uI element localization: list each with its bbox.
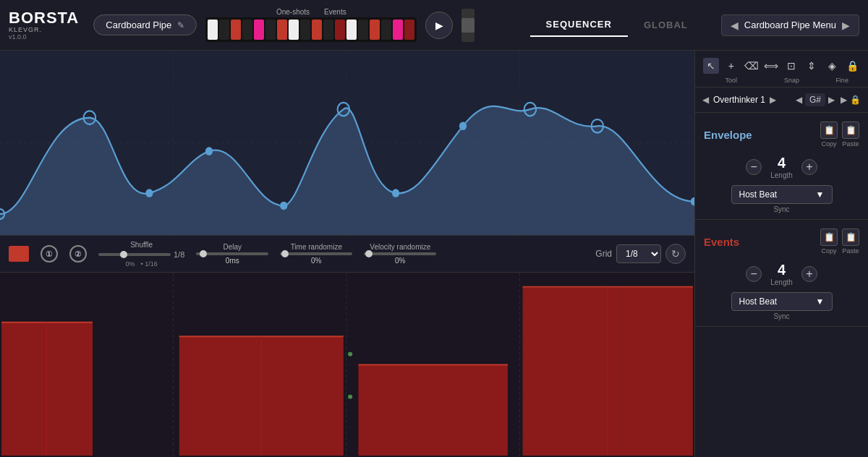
- menu-prev-arrow[interactable]: ◀: [731, 20, 739, 31]
- piano-key-1[interactable]: [208, 20, 218, 40]
- delay-thumb: [200, 250, 207, 257]
- one-shots-label: One-shots: [276, 8, 310, 16]
- add-tool[interactable]: +: [723, 58, 739, 74]
- time-rand-value: 0%: [311, 257, 321, 265]
- piano-key-11[interactable]: [323, 20, 333, 40]
- envelope-title: Envelope: [704, 129, 752, 141]
- record-button[interactable]: [9, 246, 29, 262]
- overthinker-next[interactable]: ▶: [770, 95, 776, 105]
- snap-h-icon[interactable]: ⟺: [763, 58, 779, 74]
- time-rand-slider[interactable]: [280, 252, 352, 255]
- piano-key-14[interactable]: [358, 20, 368, 40]
- snap-magnet-icon[interactable]: ⊡: [783, 58, 799, 74]
- fine-group: ◈ 🔒 Fine: [824, 58, 860, 84]
- preset-button[interactable]: Cardboard Pipe ✎: [93, 14, 197, 35]
- step-2-button[interactable]: ②: [69, 245, 87, 262]
- menu-title: Cardboard Pipe Menu: [744, 20, 836, 30]
- envelope-length-minus[interactable]: −: [746, 159, 762, 175]
- delay-slider[interactable]: [196, 252, 268, 255]
- copy-icon: 📋: [820, 121, 838, 139]
- piano-key-10[interactable]: [312, 20, 322, 40]
- logo: BORSTA KLEVGR. v1.0.0: [9, 10, 79, 40]
- grid-select[interactable]: 1/8 1/4 1/16: [616, 244, 661, 263]
- events-copy-icon: 📋: [820, 228, 838, 246]
- piano-key-4[interactable]: [242, 20, 252, 40]
- app-header: BORSTA KLEVGR. v1.0.0 Cardboard Pipe ✎ O…: [0, 0, 868, 51]
- paste-icon: 📋: [842, 121, 859, 139]
- erase-tool[interactable]: ⌫: [744, 58, 760, 74]
- events-paste-btn[interactable]: 📋 Paste: [842, 228, 859, 255]
- events-length-minus[interactable]: −: [746, 266, 762, 282]
- envelope-sync-arrow: ▼: [816, 189, 825, 200]
- piano-key-13[interactable]: [346, 20, 357, 40]
- piano-key-8[interactable]: [289, 20, 299, 40]
- volume-slider[interactable]: [461, 9, 475, 42]
- shuffle-control: Shuffle 1/8 0% • 1/16: [98, 241, 184, 268]
- envelope-panel: Envelope 📋 Copy 📋 Paste − 4 Length: [695, 113, 868, 220]
- shuffle-note: 1/8: [174, 250, 184, 259]
- fine-icon[interactable]: ◈: [824, 58, 840, 74]
- grid-control: Grid 1/8 1/4 1/16 ↻: [595, 244, 686, 264]
- envelope-sync-select[interactable]: Host Beat ▼: [731, 185, 833, 204]
- envelope-length-label: Length: [770, 171, 793, 179]
- snap-v-icon[interactable]: ⇕: [804, 58, 820, 74]
- envelope-copy-paste: 📋 Copy 📋 Paste: [820, 121, 859, 148]
- app-version: v1.0.0: [9, 33, 79, 40]
- key-prev[interactable]: ◀: [796, 95, 802, 105]
- snap-label: Snap: [784, 77, 799, 84]
- tab-sequencer[interactable]: SEQUENCER: [530, 13, 628, 37]
- key-next[interactable]: ▶: [828, 95, 835, 105]
- overthinker-prev[interactable]: ◀: [702, 95, 709, 105]
- piano-key-2[interactable]: [219, 20, 229, 40]
- time-rand-control: Time randomize 0%: [280, 243, 352, 265]
- piano-roll-labels: One-shots Events: [276, 8, 346, 16]
- piano-key-6[interactable]: [265, 20, 276, 40]
- events-length-plus[interactable]: +: [801, 266, 817, 282]
- key-value: G#: [805, 93, 825, 106]
- svg-point-7: [205, 147, 213, 155]
- tab-global[interactable]: GLOBAL: [628, 13, 704, 37]
- piano-key-12[interactable]: [335, 20, 345, 40]
- piano-key-15[interactable]: [370, 20, 380, 40]
- envelope-paste-btn[interactable]: 📋 Paste: [842, 121, 859, 148]
- tool-icons: ↖ + ⌫: [703, 58, 760, 74]
- events-header: Events 📋 Copy 📋 Paste: [704, 228, 859, 255]
- play-button[interactable]: ▶: [425, 12, 453, 39]
- refresh-button[interactable]: ↻: [665, 244, 686, 264]
- fine-label: Fine: [835, 77, 848, 84]
- lock-icon[interactable]: 🔒: [844, 58, 860, 74]
- svg-point-11: [459, 122, 467, 131]
- svg-point-24: [348, 352, 352, 356]
- piano-key-16[interactable]: [381, 20, 391, 40]
- play-small-icon[interactable]: ▶: [841, 95, 847, 105]
- controls-bar: ① ② Shuffle 1/8 0% • 1/16 Delay: [0, 235, 694, 273]
- vel-rand-label: Velocity randomize: [370, 243, 430, 251]
- events-length-value: 4: [773, 262, 791, 278]
- lock-small-icon[interactable]: 🔒: [850, 95, 861, 105]
- sequencer-area: ① ② Shuffle 1/8 0% • 1/16 Delay: [0, 51, 694, 457]
- piano-key-5[interactable]: [254, 20, 264, 40]
- cursor-tool[interactable]: ↖: [703, 58, 719, 74]
- paste-label: Paste: [842, 140, 859, 148]
- grid-label: Grid: [595, 249, 612, 259]
- shuffle-thumb: [120, 251, 127, 258]
- piano-roll[interactable]: [205, 17, 417, 42]
- piano-key-18[interactable]: [404, 20, 414, 40]
- envelope-length-plus[interactable]: +: [801, 159, 817, 175]
- piano-key-9[interactable]: [300, 20, 310, 40]
- step-1-button[interactable]: ①: [41, 245, 58, 262]
- shuffle-sub: • 1/16: [141, 260, 158, 268]
- events-sync-select[interactable]: Host Beat ▼: [731, 292, 833, 311]
- envelope-copy-btn[interactable]: 📋 Copy: [820, 121, 838, 148]
- vel-rand-slider[interactable]: [364, 252, 436, 255]
- menu-next-arrow[interactable]: ▶: [842, 20, 850, 31]
- svg-point-10: [392, 189, 399, 197]
- delay-slider-row: [196, 252, 268, 255]
- shuffle-slider[interactable]: [98, 253, 171, 256]
- shuffle-slider-row: 1/8: [98, 250, 184, 259]
- events-copy-btn[interactable]: 📋 Copy: [820, 228, 838, 255]
- piano-key-7[interactable]: [277, 20, 287, 40]
- piano-key-3[interactable]: [231, 20, 241, 40]
- menu-nav: ◀ Cardboard Pipe Menu ▶: [721, 14, 859, 36]
- piano-key-17[interactable]: [393, 20, 403, 40]
